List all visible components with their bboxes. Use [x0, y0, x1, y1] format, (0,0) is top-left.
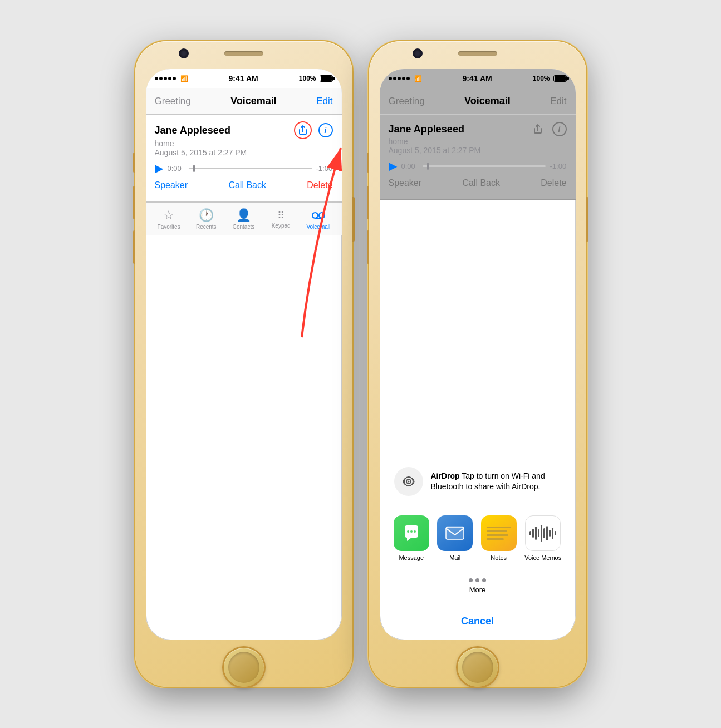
progress-track-2	[423, 165, 546, 167]
home-button-inner-2	[462, 652, 493, 683]
status-right-1: 100%	[299, 75, 333, 82]
svg-point-1	[312, 213, 318, 218]
waveform	[529, 525, 556, 542]
voicemail-icon-1	[312, 208, 325, 223]
tab-contacts-1[interactable]: 👤 Contacts	[227, 208, 260, 230]
battery-pct-1: 100%	[299, 75, 316, 82]
vm-name-1: Jane Appleseed	[155, 125, 230, 136]
info-button-1[interactable]: i	[318, 123, 333, 137]
share-app-voicememos[interactable]: Voice Memos	[524, 515, 561, 561]
airdrop-icon	[394, 467, 423, 496]
svg-rect-10	[446, 526, 464, 540]
mail-app-name: Mail	[449, 554, 460, 561]
share-app-message[interactable]: Message	[394, 515, 429, 561]
speaker-button-1[interactable]: Speaker	[155, 180, 188, 190]
share-icon-2	[530, 121, 546, 137]
battery-shape-2	[553, 75, 567, 82]
silent-switch-2	[367, 230, 369, 264]
home-button-1[interactable]	[224, 648, 264, 687]
airdrop-row: AirDrop Tap to turn on Wi-Fi and Bluetoo…	[384, 458, 571, 505]
vm-buttons-1: Speaker Call Back Delete	[155, 177, 333, 195]
svg-point-2	[319, 213, 325, 218]
share-app-notes[interactable]: Notes	[481, 515, 517, 561]
delete-button-2: Delete	[541, 178, 566, 188]
signal-dots	[155, 77, 176, 80]
callback-button-2: Call Back	[462, 178, 500, 188]
speaker-grille	[224, 51, 263, 56]
play-button-1[interactable]: ▶	[155, 161, 163, 175]
dot1-2	[389, 77, 392, 80]
share-button-1[interactable]	[294, 121, 312, 139]
share-app-mail[interactable]: Mail	[437, 515, 473, 561]
progress-thumb-2	[427, 163, 429, 170]
message-app-name: Message	[399, 554, 424, 561]
time-end-2: -1:00	[550, 162, 567, 170]
more-row[interactable]: More	[384, 570, 571, 602]
vm-name-2: Jane Appleseed	[389, 124, 464, 135]
audio-player-1: ▶ 0:00 -1:00	[155, 157, 333, 177]
more-dot-1	[469, 578, 473, 582]
status-left-2: 📶	[389, 75, 422, 82]
more-dot-2	[475, 578, 479, 582]
voicememos-app-name: Voice Memos	[524, 554, 561, 561]
recents-icon-1: 🕐	[199, 208, 214, 223]
speaker-button-2: Speaker	[389, 178, 422, 188]
recents-label-1: Recents	[196, 224, 217, 230]
volume-down-button-2	[367, 186, 369, 219]
mail-app-icon	[437, 515, 473, 551]
voicemail-label-1: Voicemail	[306, 224, 330, 230]
delete-button-1[interactable]: Delete	[307, 180, 332, 190]
front-camera	[180, 50, 188, 57]
volume-up-button	[133, 153, 135, 173]
vm-actions-2: i	[530, 121, 567, 137]
svg-point-7	[407, 530, 409, 533]
tab-keypad-1[interactable]: ⠿ Keypad	[264, 209, 298, 229]
progress-track-1[interactable]	[189, 168, 312, 169]
vm-date-1: August 5, 2015 at 2:27 PM	[155, 148, 333, 157]
phone-2: 📶 9:41 AM 100% Greeting Voicemail Edit	[369, 41, 586, 687]
favorites-icon-1: ☆	[163, 208, 174, 223]
tab-favorites-1[interactable]: ☆ Favorites	[152, 208, 185, 230]
dot1	[155, 77, 158, 80]
wifi-icon: 📶	[180, 75, 188, 82]
notes-app-name: Notes	[491, 554, 507, 561]
status-bar-2: 📶 9:41 AM 100%	[380, 69, 576, 88]
dot5	[173, 77, 176, 80]
silent-switch	[133, 230, 135, 264]
battery-icon-1	[320, 75, 333, 82]
phone-2-screen: 📶 9:41 AM 100% Greeting Voicemail Edit	[380, 69, 576, 640]
signal-dots-2	[389, 77, 410, 80]
cancel-button[interactable]: Cancel	[384, 607, 571, 636]
share-apps-row: Message Mail	[384, 505, 571, 570]
dot4-2	[402, 77, 405, 80]
home-button-inner-1	[228, 652, 259, 683]
dot4	[168, 77, 171, 80]
more-dot-3	[482, 578, 486, 582]
vm-label-1: home	[155, 139, 333, 148]
vm-actions-1: i	[294, 121, 333, 139]
volume-up-button-2	[367, 153, 369, 173]
home-button-2[interactable]	[458, 648, 498, 687]
power-button	[352, 197, 355, 242]
status-bar-1: 📶 9:41 AM 100%	[146, 69, 342, 88]
greeting-button-1[interactable]: Greeting	[155, 96, 191, 107]
front-camera-2	[414, 50, 421, 57]
callback-button-1[interactable]: Call Back	[228, 180, 266, 190]
edit-button-1[interactable]: Edit	[316, 96, 332, 107]
message-app-icon	[394, 515, 429, 551]
contacts-icon-1: 👤	[236, 208, 251, 223]
progress-thumb-1	[193, 165, 195, 172]
battery-fill-2	[555, 76, 566, 81]
share-sheet: AirDrop Tap to turn on Wi-Fi and Bluetoo…	[380, 454, 576, 640]
vm-date-2: August 5, 2015 at 2:27 PM	[389, 146, 567, 155]
svg-point-9	[414, 530, 416, 533]
vm-top-row-1: Jane Appleseed i	[155, 121, 333, 139]
nav-title-2: Voicemail	[464, 95, 511, 107]
more-label: More	[469, 586, 486, 594]
tab-voicemail-1[interactable]: Voicemail	[302, 208, 335, 230]
status-left-1: 📶	[155, 75, 188, 82]
status-right-2: 100%	[533, 75, 567, 82]
phone-top-details-2	[369, 51, 586, 56]
more-dots	[469, 578, 486, 582]
tab-recents-1[interactable]: 🕐 Recents	[189, 208, 223, 230]
